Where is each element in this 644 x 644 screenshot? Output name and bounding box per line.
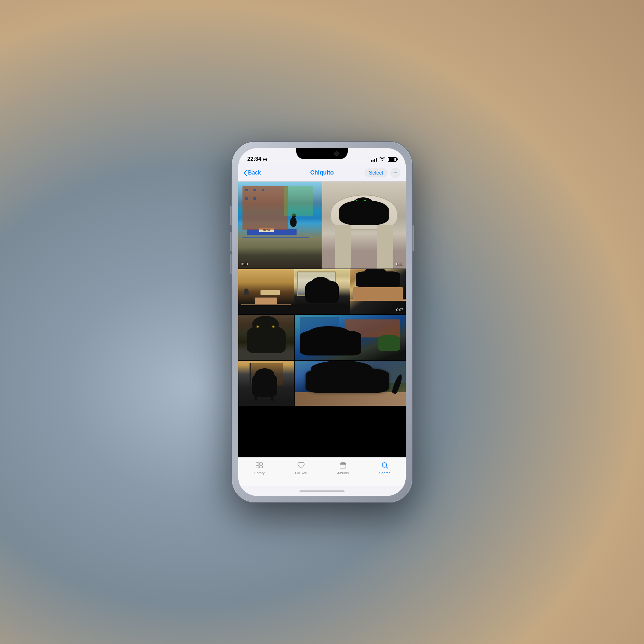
svg-rect-4 xyxy=(340,463,346,468)
navigation-bar: Back Chiquito Select ··· xyxy=(238,164,406,182)
phone-screen: 22:34 🛏 xyxy=(238,148,406,496)
battery-icon xyxy=(388,157,397,162)
grid-row-2: 0:07 xyxy=(238,269,406,314)
back-button[interactable]: Back xyxy=(243,169,261,176)
tab-search[interactable]: Search xyxy=(364,461,406,475)
status-time: 22:34 🛏 xyxy=(247,156,267,162)
tab-search-label: Search xyxy=(379,471,391,475)
photo-cell-7[interactable] xyxy=(295,315,406,360)
tab-albums[interactable]: Albums xyxy=(322,461,364,475)
tab-for-you-label: For You xyxy=(295,471,307,475)
sleep-icon: 🛏 xyxy=(263,157,267,162)
photo-cell-6[interactable] xyxy=(238,315,294,360)
time-display: 22:34 xyxy=(247,156,261,162)
wifi-icon xyxy=(379,156,385,162)
svg-point-6 xyxy=(382,463,387,467)
svg-rect-5 xyxy=(341,462,345,464)
tab-bar: Library For You Albums xyxy=(238,457,406,486)
photo-cell-1[interactable]: 510053 0:10 xyxy=(238,182,322,269)
for-you-icon xyxy=(297,461,306,470)
select-button[interactable]: Select xyxy=(365,168,388,177)
signal-bar-4 xyxy=(376,158,377,162)
video-duration-1: 0:10 xyxy=(241,262,319,266)
home-indicator xyxy=(238,486,406,496)
signal-bar-3 xyxy=(374,159,375,162)
video-duration-5: 0:07 xyxy=(396,308,403,312)
front-camera xyxy=(334,151,339,156)
phone-device: 22:34 🛏 xyxy=(232,142,412,502)
back-label: Back xyxy=(248,169,261,176)
photo-cell-9[interactable] xyxy=(238,361,294,406)
photo-cell-4[interactable] xyxy=(294,269,350,314)
status-icons xyxy=(371,156,397,162)
nav-title: Chiquito xyxy=(310,169,334,176)
svg-rect-3 xyxy=(260,466,262,468)
tab-library-label: Library xyxy=(254,471,265,475)
signal-bar-2 xyxy=(373,160,374,162)
signal-bars xyxy=(371,157,377,162)
more-button[interactable]: ··· xyxy=(390,168,401,178)
battery-fill xyxy=(389,158,394,161)
svg-rect-1 xyxy=(260,463,262,465)
svg-rect-2 xyxy=(256,466,259,468)
home-bar xyxy=(299,490,345,492)
video-duration-2: 0:21 xyxy=(396,262,403,266)
grid-row-3 xyxy=(238,315,406,360)
notch xyxy=(296,148,348,159)
grid-row-1: 510053 0:10 xyxy=(238,182,406,269)
grid-row-4 xyxy=(238,361,406,406)
photo-cell-3[interactable] xyxy=(238,269,294,314)
back-chevron-icon xyxy=(243,170,247,176)
tab-library[interactable]: Library xyxy=(238,461,280,475)
photo-grid: 510053 0:10 xyxy=(238,182,406,457)
library-icon xyxy=(255,461,264,470)
tab-for-you[interactable]: For You xyxy=(280,461,322,475)
photo-cell-5[interactable]: 0:07 xyxy=(350,269,406,314)
search-tab-icon xyxy=(380,461,389,470)
photo-cell-2[interactable]: 0:21 xyxy=(322,182,406,269)
photo-cell-10[interactable] xyxy=(295,361,406,406)
svg-rect-0 xyxy=(256,463,259,465)
signal-bar-1 xyxy=(371,160,372,162)
nav-actions: Select ··· xyxy=(365,168,401,178)
albums-icon xyxy=(338,461,347,470)
tab-albums-label: Albums xyxy=(337,471,349,475)
